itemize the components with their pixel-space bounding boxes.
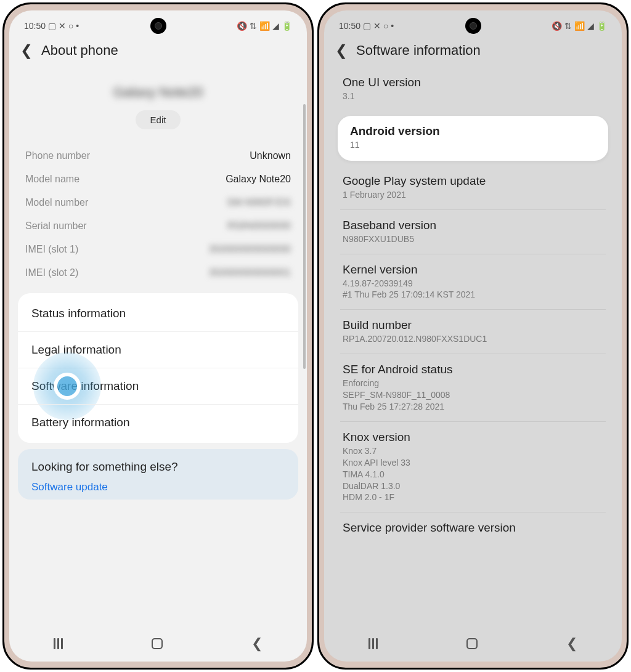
- info-links-card: Status information Legal information Sof…: [18, 293, 298, 443]
- block-baseband[interactable]: Baseband version N980FXXU1DUB5: [330, 210, 616, 254]
- label: IMEI (slot 2): [25, 267, 78, 278]
- label: IMEI (slot 1): [25, 244, 78, 255]
- label: Phone number: [25, 150, 90, 161]
- value: 350000000000000: [209, 244, 291, 255]
- title: Google Play system update: [343, 174, 603, 188]
- title: Service provider software version: [343, 521, 603, 535]
- block-oneui-version[interactable]: One UI version 3.1: [330, 67, 616, 111]
- value: RP1A.200720.012.N980FXXS1DUC1: [343, 333, 603, 345]
- block-build[interactable]: Build number RP1A.200720.012.N980FXXS1DU…: [330, 310, 616, 354]
- title: Knox version: [343, 431, 603, 444]
- navigation-bar: ❮: [9, 627, 307, 662]
- content-area: One UI version 3.1 Android version 11 Go…: [324, 67, 622, 627]
- nav-home-icon[interactable]: [466, 638, 478, 649]
- hint-card: Looking for something else? Software upd…: [18, 449, 298, 500]
- navigation-bar: ❮: [324, 627, 622, 662]
- value: 3.1: [343, 91, 603, 102]
- status-left-icons: ▢ ✕ ○ •: [363, 21, 394, 31]
- nav-back-icon[interactable]: ❮: [251, 636, 263, 652]
- status-right-icons: 🔇 ⇅ 📶 ◢ 🔋: [552, 21, 607, 31]
- title: Baseband version: [343, 219, 603, 232]
- value: 11: [350, 139, 596, 151]
- link-software-information[interactable]: Software information: [18, 368, 298, 404]
- block-se-android[interactable]: SE for Android status Enforcing SEPF_SM-…: [330, 354, 616, 421]
- label: Serial number: [25, 221, 87, 232]
- nav-home-icon[interactable]: [152, 638, 163, 649]
- row-model-number: Model number SM-N980F/DS: [15, 191, 301, 214]
- nav-back-icon[interactable]: ❮: [566, 636, 577, 652]
- value: 1 February 2021: [343, 189, 603, 201]
- link-legal-information[interactable]: Legal information: [18, 331, 298, 368]
- link-software-update[interactable]: Software update: [31, 481, 285, 493]
- link-battery-information[interactable]: Battery information: [18, 404, 298, 440]
- value: Knox 3.7 Knox API level 33 TIMA 4.1.0 Du…: [343, 445, 603, 503]
- nav-recents-icon[interactable]: [54, 638, 63, 649]
- camera-cutout: [150, 18, 166, 34]
- value: Enforcing SEPF_SM-N980F_11_0008 Thu Feb …: [343, 378, 603, 413]
- status-time: 10:50: [24, 21, 46, 31]
- value: R58N0000000: [227, 221, 291, 232]
- header: ❮ Software information: [324, 36, 622, 67]
- status-right-icons: 🔇 ⇅ 📶 ◢ 🔋: [237, 21, 292, 31]
- row-phone-number: Phone number Unknown: [15, 144, 301, 168]
- hint-title: Looking for something else?: [31, 460, 285, 474]
- edit-button[interactable]: Edit: [136, 110, 181, 129]
- block-kernel[interactable]: Kernel version 4.19.87-20939149 #1 Thu F…: [330, 254, 616, 310]
- row-imei-1: IMEI (slot 1) 350000000000000: [15, 238, 301, 261]
- content-area: Galaxy Note20 Edit Phone number Unknown …: [9, 67, 307, 627]
- value: 4.19.87-20939149 #1 Thu Feb 25 17:09:14 …: [343, 278, 603, 301]
- block-knox[interactable]: Knox version Knox 3.7 Knox API level 33 …: [330, 422, 616, 512]
- phone-right: 10:50 ▢ ✕ ○ • 🔇 ⇅ 📶 ◢ 🔋 ❮ Software infor…: [317, 2, 629, 670]
- block-gplay-update[interactable]: Google Play system update 1 February 202…: [330, 166, 616, 209]
- scroll-indicator[interactable]: [303, 104, 306, 369]
- status-left-icons: ▢ ✕ ○ •: [48, 21, 79, 31]
- screen-about-phone: 10:50 ▢ ✕ ○ • 🔇 ⇅ 📶 ◢ 🔋 ❮ About phone Ga…: [9, 10, 307, 662]
- label: Model number: [25, 197, 88, 208]
- title: SE for Android status: [343, 363, 603, 376]
- back-icon[interactable]: ❮: [20, 43, 33, 58]
- nav-recents-icon[interactable]: [368, 638, 378, 649]
- value: 350000000000001: [209, 267, 291, 278]
- title: Android version: [350, 124, 596, 138]
- value: SM-N980F/DS: [227, 197, 291, 208]
- link-label: Software information: [31, 379, 139, 392]
- title: Kernel version: [343, 263, 603, 277]
- link-status-information[interactable]: Status information: [18, 296, 298, 331]
- page-title: Software information: [356, 43, 481, 59]
- status-time: 10:50: [339, 21, 360, 31]
- row-serial-number: Serial number R58N0000000: [15, 214, 301, 238]
- title: One UI version: [343, 76, 603, 89]
- value: Unknown: [250, 150, 291, 161]
- page-title: About phone: [41, 43, 118, 59]
- screen-software-information: 10:50 ▢ ✕ ○ • 🔇 ⇅ 📶 ◢ 🔋 ❮ Software infor…: [324, 10, 622, 662]
- row-imei-2: IMEI (slot 2) 350000000000001: [15, 261, 301, 285]
- value: Galaxy Note20: [226, 174, 291, 185]
- value: N980FXXU1DUB5: [343, 233, 603, 245]
- device-name-blurred: Galaxy Note20: [15, 67, 301, 103]
- phone-left: 10:50 ▢ ✕ ○ • 🔇 ⇅ 📶 ◢ 🔋 ❮ About phone Ga…: [2, 2, 314, 670]
- label: Model name: [25, 174, 79, 185]
- block-carrier-sw[interactable]: Service provider software version: [330, 512, 616, 544]
- block-android-version[interactable]: Android version 11: [338, 116, 608, 161]
- camera-cutout: [465, 18, 481, 34]
- title: Build number: [343, 318, 603, 332]
- header: ❮ About phone: [9, 36, 307, 67]
- row-model-name: Model name Galaxy Note20: [15, 168, 301, 191]
- back-icon[interactable]: ❮: [335, 43, 348, 58]
